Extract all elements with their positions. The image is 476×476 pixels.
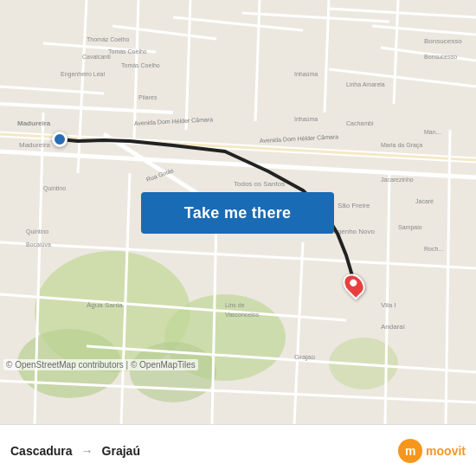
- svg-text:Tomás Coelho: Tomás Coelho: [108, 48, 147, 55]
- svg-text:Bonsucesso: Bonsucesso: [424, 37, 462, 45]
- svg-text:Cavalcanti: Cavalcanti: [82, 54, 111, 60]
- svg-text:Sampaio: Sampaio: [398, 224, 422, 231]
- app-container: Avenida Dom Hélder Câmara Avenida Dom Hé…: [0, 0, 476, 476]
- svg-text:Bonsucesso: Bonsucesso: [424, 54, 457, 60]
- svg-text:Engenheiro Leal: Engenheiro Leal: [61, 71, 105, 78]
- svg-text:Vasconcelos: Vasconcelos: [225, 312, 260, 318]
- svg-text:Quintino: Quintino: [26, 228, 48, 235]
- svg-text:Pilares: Pilares: [138, 94, 158, 100]
- svg-text:Jacarezinho: Jacarezinho: [381, 177, 414, 183]
- map-attribution: © OpenStreetMap contributors | © OpenMap…: [3, 359, 198, 370]
- svg-text:Inhaúma: Inhaúma: [294, 116, 318, 122]
- map-area: Avenida Dom Hélder Câmara Avenida Dom Hé…: [0, 0, 476, 424]
- svg-text:Madureira: Madureira: [17, 119, 51, 127]
- svg-text:Inhaúma: Inhaúma: [294, 71, 318, 77]
- svg-text:Man...: Man...: [424, 129, 441, 135]
- take-me-there-button-container[interactable]: Take me there: [141, 192, 334, 234]
- svg-text:Lins de: Lins de: [225, 302, 245, 308]
- svg-text:Cachambi: Cachambi: [346, 120, 374, 126]
- svg-text:Linha Amarela: Linha Amarela: [346, 81, 385, 87]
- svg-text:Água Santa: Água Santa: [87, 301, 123, 309]
- route-arrow: →: [81, 444, 93, 458]
- svg-text:Todos os Santos: Todos os Santos: [234, 180, 285, 188]
- end-marker: [344, 273, 363, 297]
- destination-label: Grajaú: [102, 444, 140, 458]
- moovit-text: moovit: [426, 444, 466, 458]
- svg-text:Grajaú: Grajaú: [294, 353, 315, 361]
- origin-label: Cascadura: [10, 444, 73, 458]
- svg-text:Madureira: Madureira: [19, 141, 51, 149]
- svg-text:Jacaré: Jacaré: [415, 198, 434, 204]
- take-me-there-button[interactable]: Take me there: [141, 192, 334, 234]
- svg-text:Vila I: Vila I: [381, 301, 396, 309]
- moovit-logo: m moovit: [398, 439, 466, 463]
- svg-text:Tomás Coelho: Tomás Coelho: [121, 62, 160, 68]
- svg-text:Engenho Novo: Engenho Novo: [329, 228, 375, 235]
- svg-text:Bocaiúva: Bocaiúva: [26, 241, 51, 248]
- svg-text:Maria da Graça: Maria da Graça: [381, 142, 422, 149]
- svg-text:Thomáz Coelho: Thomáz Coelho: [87, 36, 130, 42]
- info-bar: Cascadura → Grajaú m moovit: [0, 424, 476, 476]
- moovit-icon: m: [398, 439, 422, 463]
- svg-text:Roch...: Roch...: [424, 246, 443, 252]
- svg-text:Quintino: Quintino: [43, 185, 66, 192]
- svg-text:São Freire: São Freire: [338, 202, 370, 209]
- svg-text:Andaraí: Andaraí: [381, 323, 406, 331]
- start-marker: [52, 132, 68, 147]
- route-info: Cascadura → Grajaú: [10, 444, 398, 458]
